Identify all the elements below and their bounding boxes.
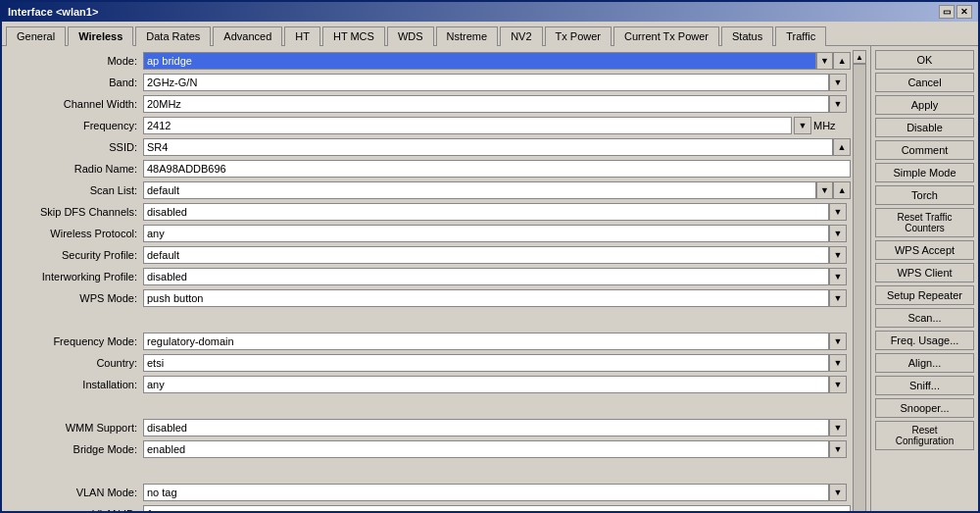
frequency-mode-row: Frequency Mode: ▼ xyxy=(6,331,851,352)
vlan-mode-row: VLAN Mode: ▼ xyxy=(6,482,851,503)
security-profile-label: Security Profile: xyxy=(6,244,143,266)
scroll-track[interactable] xyxy=(853,64,866,511)
wps-accept-button[interactable]: WPS Accept xyxy=(875,240,974,260)
tab-nstreme[interactable]: Nstreme xyxy=(436,26,499,46)
wireless-protocol-row: Wireless Protocol: ▼ xyxy=(6,223,851,244)
sniff-button[interactable]: Sniff... xyxy=(875,376,974,395)
simple-mode-button[interactable]: Simple Mode xyxy=(875,163,974,182)
snooper-button[interactable]: Snooper... xyxy=(875,398,974,418)
interworking-input[interactable] xyxy=(143,268,829,285)
wireless-protocol-input[interactable] xyxy=(143,225,829,242)
skip-dfs-row: Skip DFS Channels: ▼ xyxy=(6,201,851,223)
wireless-protocol-dropdown[interactable]: ▼ xyxy=(829,225,847,242)
frequency-mode-dropdown[interactable]: ▼ xyxy=(829,333,847,350)
frequency-dropdown[interactable]: ▼ xyxy=(794,117,811,134)
security-profile-dropdown[interactable]: ▼ xyxy=(829,246,847,264)
bridge-mode-label: Bridge Mode: xyxy=(6,438,143,460)
setup-repeater-button[interactable]: Setup Repeater xyxy=(875,285,974,305)
tab-general[interactable]: General xyxy=(6,26,66,46)
frequency-mode-field: ▼ xyxy=(143,331,851,352)
title-bar-buttons: ▭ ✕ xyxy=(939,5,972,19)
vlan-id-input[interactable] xyxy=(143,505,851,511)
mode-input[interactable] xyxy=(143,52,816,70)
vertical-scrollbar[interactable]: ▲ ▼ xyxy=(853,50,866,511)
reset-traffic-button[interactable]: Reset Traffic Counters xyxy=(875,208,974,237)
bridge-mode-input[interactable] xyxy=(143,440,829,458)
scan-list-dropdown[interactable]: ▼ xyxy=(816,181,834,199)
scan-list-field: ▼ ▲ xyxy=(143,180,851,201)
frequency-mode-input[interactable] xyxy=(143,333,829,350)
restore-button[interactable]: ▭ xyxy=(939,5,955,19)
band-field: ▼ xyxy=(143,72,851,93)
vlan-mode-label: VLAN Mode: xyxy=(6,482,143,503)
frequency-input[interactable] xyxy=(143,117,792,134)
band-dropdown[interactable]: ▼ xyxy=(829,74,847,91)
wmm-support-input[interactable] xyxy=(143,419,829,436)
cancel-button[interactable]: Cancel xyxy=(875,73,974,92)
tab-ht-mcs[interactable]: HT MCS xyxy=(322,26,385,46)
close-button[interactable]: ✕ xyxy=(956,5,972,19)
wmm-support-dropdown[interactable]: ▼ xyxy=(829,419,847,436)
country-dropdown[interactable]: ▼ xyxy=(829,354,847,372)
wmm-support-row: WMM Support: ▼ xyxy=(6,417,851,438)
interworking-label: Interworking Profile: xyxy=(6,266,143,287)
vlan-mode-input[interactable] xyxy=(143,484,829,501)
tab-current-tx-power[interactable]: Current Tx Power xyxy=(613,26,719,46)
tab-nv2[interactable]: NV2 xyxy=(500,26,542,46)
tab-wireless[interactable]: Wireless xyxy=(68,26,133,46)
skip-dfs-input[interactable] xyxy=(143,203,829,221)
channel-width-input[interactable] xyxy=(143,95,829,113)
country-label: Country: xyxy=(6,352,143,374)
radio-name-input[interactable] xyxy=(143,160,851,178)
frequency-mode-label: Frequency Mode: xyxy=(6,331,143,352)
wps-mode-input[interactable] xyxy=(143,289,829,307)
skip-dfs-dropdown[interactable]: ▼ xyxy=(829,203,847,221)
installation-input[interactable] xyxy=(143,376,829,393)
scroll-up-button[interactable]: ▲ xyxy=(853,50,866,64)
torch-button[interactable]: Torch xyxy=(875,185,974,205)
vlan-id-label: VLAN ID: xyxy=(6,503,143,511)
installation-row: Installation: ▼ xyxy=(6,374,851,395)
tab-data-rates[interactable]: Data Rates xyxy=(135,26,211,46)
scan-list-input[interactable] xyxy=(143,181,816,199)
ok-button[interactable]: OK xyxy=(875,50,974,70)
frequency-label: Frequency: xyxy=(6,115,143,136)
bridge-mode-row: Bridge Mode: ▼ xyxy=(6,438,851,460)
vlan-id-row: VLAN ID: xyxy=(6,503,851,511)
installation-field: ▼ xyxy=(143,374,851,395)
vlan-mode-dropdown[interactable]: ▼ xyxy=(829,484,847,501)
scan-list-dropdown2[interactable]: ▲ xyxy=(833,181,851,199)
tab-status[interactable]: Status xyxy=(721,26,773,46)
wps-mode-dropdown[interactable]: ▼ xyxy=(829,289,847,307)
freq-usage-button[interactable]: Freq. Usage... xyxy=(875,331,974,350)
ssid-input[interactable] xyxy=(143,138,833,156)
band-input[interactable] xyxy=(143,74,829,91)
channel-width-field: ▼ xyxy=(143,93,851,115)
tab-ht[interactable]: HT xyxy=(284,26,320,46)
scan-button[interactable]: Scan... xyxy=(875,308,974,328)
ssid-label: SSID: xyxy=(6,136,143,158)
disable-button[interactable]: Disable xyxy=(875,118,974,137)
reset-config-button[interactable]: Reset Configuration xyxy=(875,421,974,450)
tab-wds[interactable]: WDS xyxy=(387,26,434,46)
installation-dropdown[interactable]: ▼ xyxy=(829,376,847,393)
mode-dropdown[interactable]: ▼ xyxy=(816,52,834,70)
mode-dropdown2[interactable]: ▲ xyxy=(833,52,851,70)
country-row: Country: ▼ xyxy=(6,352,851,374)
title-bar: Interface <wlan1> ▭ ✕ xyxy=(2,2,978,22)
apply-button[interactable]: Apply xyxy=(875,95,974,115)
installation-label: Installation: xyxy=(6,374,143,395)
bridge-mode-dropdown[interactable]: ▼ xyxy=(829,440,847,458)
wps-client-button[interactable]: WPS Client xyxy=(875,263,974,282)
ssid-arrow[interactable]: ▲ xyxy=(833,138,851,156)
country-input[interactable] xyxy=(143,354,829,372)
tab-tx-power[interactable]: Tx Power xyxy=(545,26,612,46)
channel-width-dropdown[interactable]: ▼ xyxy=(829,95,847,113)
tab-traffic[interactable]: Traffic xyxy=(775,26,826,46)
tab-advanced[interactable]: Advanced xyxy=(213,26,282,46)
align-button[interactable]: Align... xyxy=(875,353,974,373)
mode-field: ▼ ▲ xyxy=(143,50,851,72)
interworking-dropdown[interactable]: ▼ xyxy=(829,268,847,285)
security-profile-input[interactable] xyxy=(143,246,829,264)
comment-button[interactable]: Comment xyxy=(875,140,974,160)
